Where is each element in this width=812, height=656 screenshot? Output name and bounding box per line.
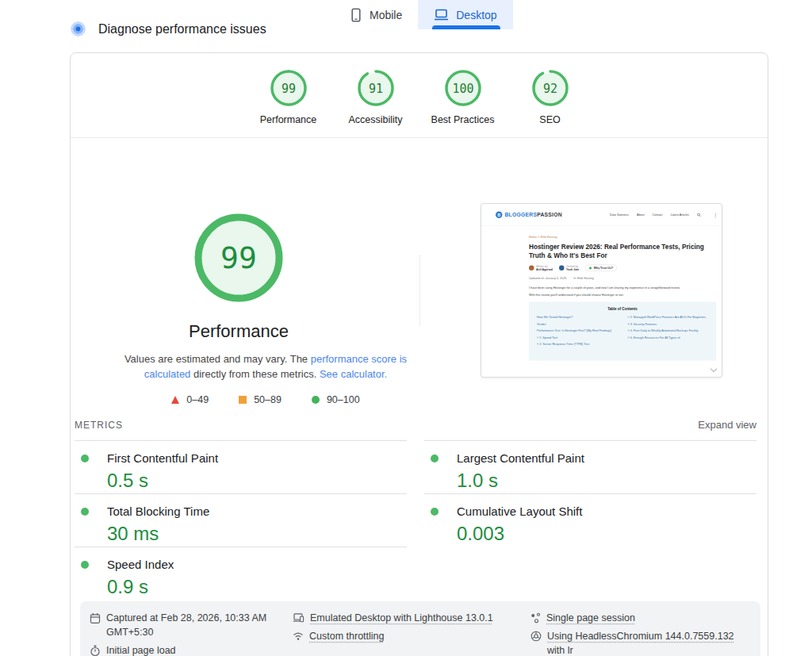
toc-left-column: How We Tested Hostinger? Verdict Perform…	[537, 315, 618, 349]
legend-triangle-icon	[171, 396, 179, 404]
session-type: Single page session	[530, 611, 753, 625]
site-menu-dots-icon: ⋮	[713, 212, 718, 217]
toc-item: » 4. Free Daily to Weekly Automated Back…	[628, 328, 709, 333]
article-paragraph-1: I have been using Hostinger for a couple…	[529, 286, 708, 290]
author-2: Verified by Yash Jain	[559, 265, 579, 271]
author-1: Written by Anil Agarwal	[529, 265, 553, 271]
article-meta: Updated on January 5, 2026 In Web Hostin…	[529, 276, 722, 280]
metric-pass-icon	[431, 508, 439, 516]
author-2-name: Yash Jain	[566, 268, 579, 271]
metric-tbt-label: Total Blocking Time	[107, 504, 209, 518]
metric-fcp-label: First Contentful Paint	[107, 451, 218, 465]
desktop-laptop-icon	[434, 8, 449, 21]
captured-at-text: Captured at Feb 28, 2026, 10:33 AM GMT+5…	[106, 611, 293, 639]
emulated-device-link[interactable]: Emulated Desktop with Lighthouse 13.0.1	[310, 611, 493, 625]
mobile-phone-icon	[350, 8, 362, 22]
tab-mobile[interactable]: Mobile	[334, 0, 418, 29]
metric-si: Speed Index 0.9 s	[75, 547, 407, 600]
toc-item: » 2. Server Response Time (TTFB) Test	[537, 342, 618, 347]
site-search-icon	[697, 213, 701, 217]
gauge-accessibility[interactable]: 91 Accessibility	[332, 69, 419, 137]
metrics-header: METRICS Expand view	[75, 419, 756, 431]
site-breadcrumb: Home » Web Hosting	[529, 235, 722, 239]
metric-si-label: Speed Index	[107, 558, 174, 571]
browser-info: Using HeadlessChromium 144.0.7559.132 wi…	[530, 629, 753, 656]
emulated-device: Emulated Desktop with Lighthouse 13.0.1	[293, 611, 530, 625]
gauge-performance[interactable]: 99 Performance	[245, 69, 332, 137]
metric-lcp-label: Largest Contentful Paint	[457, 451, 584, 465]
initial-page-load: Initial page load	[90, 643, 293, 656]
performance-big-gauge: 99	[194, 213, 283, 302]
session-dots-icon	[530, 612, 541, 623]
legend-pass: 90–100	[312, 394, 360, 405]
column-divider	[419, 255, 420, 326]
footer-column-2: Emulated Desktop with Lighthouse 13.0.1 …	[293, 611, 530, 656]
stopwatch-icon	[90, 645, 101, 656]
page-title: Diagnose performance issues	[98, 22, 266, 36]
site-nav: Data Statistics About Contact Latest Art…	[610, 212, 718, 217]
score-legend: 0–49 50–89 90–100	[71, 394, 461, 405]
metric-tbt-value: 30 ms	[107, 523, 407, 545]
tab-desktop[interactable]: Desktop	[418, 0, 512, 29]
toc-item: » 3. Security Features	[628, 322, 709, 327]
active-tab-indicator	[432, 25, 500, 29]
site-nav-item: Latest Articles	[671, 213, 689, 217]
author-2-avatar	[559, 266, 565, 271]
see-calculator-link[interactable]: See calculator.	[320, 368, 387, 380]
article-updated-date: Updated on January 5, 2026	[529, 276, 566, 280]
score-description: Values are estimated and may vary. The p…	[104, 351, 427, 382]
throttling-link[interactable]: Custom throttling	[309, 629, 384, 643]
gauge-best-practices-score: 100	[452, 82, 473, 96]
gauge-accessibility-score: 91	[368, 82, 382, 96]
session-type-link[interactable]: Single page session	[546, 611, 635, 625]
toc-item: How We Tested Hostinger?	[537, 315, 618, 320]
category-gauges: 99 Performance 91 Accessibility 100 Best…	[71, 53, 768, 138]
metric-cls-label: Cumulative Layout Shift	[457, 504, 582, 518]
article-category: In Web Hosting	[573, 276, 594, 280]
gauge-performance-label: Performance	[245, 114, 332, 125]
footer-column-1: Captured at Feb 28, 2026, 10:33 AM GMT+5…	[90, 611, 293, 656]
trust-badge: Why Trust Us?	[585, 265, 617, 272]
screenshot-article: Home » Web Hosting Hostinger Review 2026…	[481, 235, 722, 361]
screenshot-content: B BLOGGERSPASSION Data Statistics About …	[481, 204, 722, 378]
toc-item: » 1. Speed Test	[537, 336, 618, 340]
site-logo-text-1: BLOGGERS	[505, 212, 538, 218]
metric-pass-icon	[81, 455, 89, 462]
article-paragraph-2: With this review you'll understand if yo…	[529, 293, 708, 297]
browser-info-link[interactable]: Using HeadlessChromium 144.0.7559.132 wi…	[547, 629, 744, 656]
metric-si-value: 0.9 s	[107, 576, 407, 598]
author-1-name: Anil Agarwal	[536, 268, 553, 271]
gauge-accessibility-label: Accessibility	[332, 114, 419, 125]
article-title: Hostinger Review 2026: Real Performance …	[529, 242, 708, 259]
toc-item: Performance Test: Is Hostinger Fast? [My…	[537, 328, 618, 333]
site-nav-item: Data Statistics	[610, 213, 629, 217]
gauge-seo[interactable]: 92 SEO	[507, 69, 594, 137]
desc-text-1: Values are estimated and may vary. The	[124, 353, 311, 365]
gauge-best-practices[interactable]: 100 Best Practices	[419, 69, 507, 137]
metric-fcp-value: 0.5 s	[107, 470, 407, 492]
desc-text-2: directly from these metrics.	[190, 368, 320, 380]
article-authors: Written by Anil Agarwal Verified by Yash…	[529, 265, 722, 272]
expand-view-button[interactable]: Expand view	[698, 419, 756, 431]
metric-pass-icon	[81, 508, 89, 516]
site-logo-text-2: PASSION	[537, 212, 562, 218]
author-1-avatar	[529, 266, 534, 271]
throttling: Custom throttling	[293, 629, 530, 643]
page-screenshot-thumbnail[interactable]: B BLOGGERSPASSION Data Statistics About …	[481, 203, 722, 378]
legend-pass-range: 90–100	[327, 394, 360, 405]
legend-fail: 0–49	[171, 394, 209, 405]
legend-circle-icon	[312, 396, 320, 404]
performance-section-title: Performance	[71, 321, 407, 342]
toc-item: » 5. Enough Resources For All Types of	[628, 336, 709, 340]
metrics-left-column: First Contentful Paint 0.5 s Total Block…	[75, 440, 407, 600]
chromium-icon	[530, 631, 542, 642]
metric-lcp: Largest Contentful Paint 1.0 s	[424, 440, 756, 493]
toc-title: Table of Contents	[537, 307, 708, 311]
legend-fail-range: 0–49	[186, 394, 209, 405]
throttling-wifi-icon	[293, 631, 304, 641]
initial-page-load-text: Initial page load	[106, 643, 176, 656]
captured-at: Captured at Feb 28, 2026, 10:33 AM GMT+5…	[90, 611, 293, 639]
metric-pass-icon	[431, 455, 439, 462]
report-card: 99 Performance 91 Accessibility 100 Best…	[70, 52, 768, 656]
toc-right-column: » 2. Managed WordPress Features Are All …	[628, 315, 709, 349]
